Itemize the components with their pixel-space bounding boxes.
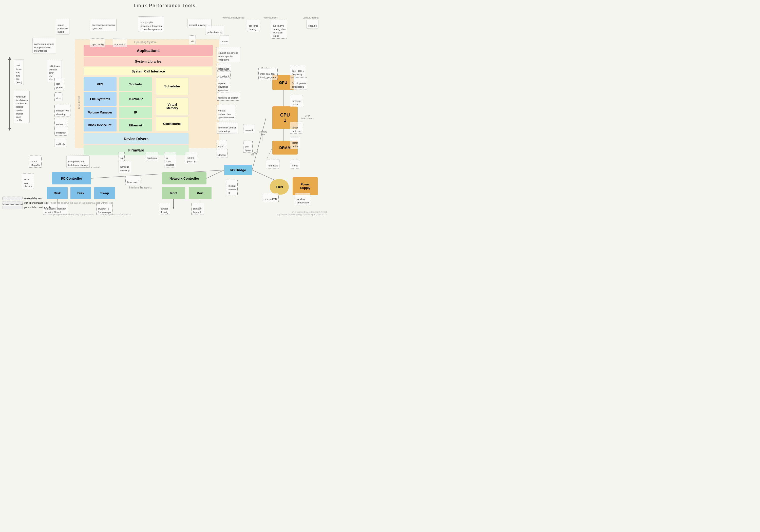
opensnoop-label: opensnoop statsnoop syncsnoop: [90, 19, 117, 31]
various-tracing-header: Various, tracing:: [303, 17, 319, 19]
ethernet-block: Ethernet: [119, 119, 152, 131]
page-title: Linux Performance Tools: [0, 0, 329, 10]
svg-line-7: [266, 147, 272, 161]
cachestat-label: cachestat dcsnoop filetop fileslower mou…: [32, 38, 56, 53]
file-systems-block: File Systems: [84, 92, 117, 106]
memory-bus-label: Memory Bus: [256, 130, 270, 135]
gethostlatency-label: gethostlatency: [205, 26, 224, 35]
sysctl-label: sysctl /sys dmesg lshw journalctl lsmod: [271, 20, 287, 38]
mdadm-label: mdadm lvm dmsetup: [55, 105, 71, 117]
numactl-label: numactl: [243, 124, 255, 133]
tiptop-label: tiptop perf pcm: [290, 121, 303, 134]
funccount-label: funccount funclatency stackcount kprobe …: [14, 91, 30, 123]
mpstat-label: mpstat powertop /proc/stat: [216, 77, 230, 93]
fan-block: FAN: [270, 179, 289, 195]
iostat-label: iostat iotop blktrace: [22, 173, 34, 189]
legend-obs-box: [3, 197, 23, 200]
legend-tracing: perf-tools/bcc tracing tools: [3, 206, 113, 209]
biotop-label: biotop biosnoop biolatency bitesize: [67, 156, 90, 168]
kernel-label: Linux Kernel: [78, 96, 80, 109]
tcptop-label: tcptop tcplife tcpconnect tcpaccept tcpc…: [138, 17, 164, 32]
ipmitool-label: ipmitool dmidecode: [295, 193, 310, 205]
cpu-interconnect-label: CPU Interconnect: [299, 115, 316, 120]
os-label: Operating System: [134, 40, 157, 44]
sar-fan-label: sar -m FAN: [263, 193, 279, 202]
perf-ftrace-label: perf ftrace stap lttng bcc (BPF): [14, 60, 24, 85]
capable-label: capable: [307, 20, 318, 28]
mdflush-label: mdflush: [55, 138, 67, 147]
ldd-label: ldd: [189, 35, 196, 44]
lsof-label: lsof pcstat: [55, 78, 64, 90]
ethtool-label: ethtool ifconfig: [159, 203, 170, 215]
ugc-label: ugc ucalls: [113, 38, 127, 47]
sar-proc-label: sar /proc dmesg: [247, 20, 260, 32]
vfs-block: VFS: [84, 77, 117, 91]
virtual-memory-block: Virtual Memory: [156, 98, 189, 115]
dmesg-label: dmesg: [216, 149, 227, 158]
intel-gpu-freq-label: intel_gpu_\ frequency: [290, 65, 305, 77]
intel-gpu-top-label: intel_gpu_top intel_gpu_time: [259, 68, 278, 80]
port1-block: Port: [162, 187, 185, 199]
svg-line-4: [207, 170, 224, 178]
llcstat-label: llcstat profile: [290, 137, 300, 149]
legend-static-box: [3, 201, 23, 205]
numastat-label: numastat: [266, 160, 279, 169]
appconfig-label: App Config: [90, 38, 105, 47]
lspci-label: lspci lsusb: [125, 176, 140, 185]
legend-observability: observability tools: [3, 197, 113, 200]
device-drivers-block: Device Drivers: [84, 133, 189, 144]
clocksource-block: Clocksource: [156, 117, 189, 131]
ss-label: ss: [119, 152, 125, 161]
df-label: df -h: [55, 92, 63, 101]
turbostat-label: turbostat rdmsr: [290, 95, 303, 107]
nicstat-label: nicstat netstat ip: [227, 180, 238, 195]
interface-label: Interface Transports: [129, 186, 152, 189]
top-label: top htop ps pidstat: [216, 92, 240, 101]
legend-tracing-box: [3, 206, 23, 209]
ip-route-label: ip route iptables: [164, 152, 176, 168]
io-controller-block: I/O Controller: [52, 172, 91, 184]
io-bridge-block: I/O Bridge: [224, 165, 252, 175]
footer: style inspired by reddit.com/u/redct htt…: [277, 211, 327, 216]
various-obs-header: Various, observability:: [222, 17, 245, 19]
hardirqs-label: hardirqs ttysnoop: [119, 161, 131, 173]
network-controller-block: Network Controller: [162, 172, 207, 184]
ip-block: IP: [119, 107, 152, 118]
various-static-header: Various, static:: [263, 17, 278, 19]
syscall-block: System Call Interface: [84, 67, 213, 75]
storcli-label: storcli MegaCli: [29, 156, 42, 168]
pidstat-label: pidstat -d: [55, 118, 68, 127]
system-libraries-block: System Libraries: [84, 57, 213, 66]
legend-static: static performance tools these can obser…: [3, 201, 113, 205]
vmstat-label: vmstat slabtop free /proc/meminfo: [216, 105, 235, 120]
tcp-udp-block: TCP/UDP: [119, 92, 152, 106]
memleak-label: memleak oomkill slabraetop: [216, 121, 238, 134]
cpudist-label: cpudist execsnoop runlat cpudist offcput…: [216, 47, 240, 62]
sockets-block: Sockets: [119, 77, 152, 91]
volume-manager-block: Volume Manager: [84, 107, 117, 118]
port2-block: Port: [189, 187, 212, 199]
snmpget-label: snmpget lldptool: [191, 203, 204, 215]
scheduler-block: Scheduler: [156, 77, 189, 95]
sys-label: /sys/...: [216, 140, 227, 149]
proc-cpuinfo-label: /proc/cpuinfo cpuid lscpu: [290, 77, 307, 89]
netstat-label: netstat iptraf-ng: [185, 152, 197, 164]
block-device-block: Block Device Int.: [84, 119, 117, 131]
footer-links: https://github.com/brendangregg/perf-too…: [51, 213, 131, 216]
strace-label: strace perf trace sysdig: [56, 19, 70, 34]
perf-tiptop-label: perf tiptop: [243, 141, 253, 153]
lstopo-label: lstopo: [290, 160, 300, 169]
multipath-label: multipath: [55, 127, 68, 135]
main-container: Linux Performance Tools: [0, 0, 329, 218]
tcpdump-label: tcpdump: [146, 152, 158, 161]
legend: observability tools static performance t…: [3, 197, 113, 210]
ltrace-label: ltrace: [220, 35, 229, 44]
power-supply-block: Power Supply: [293, 177, 318, 195]
